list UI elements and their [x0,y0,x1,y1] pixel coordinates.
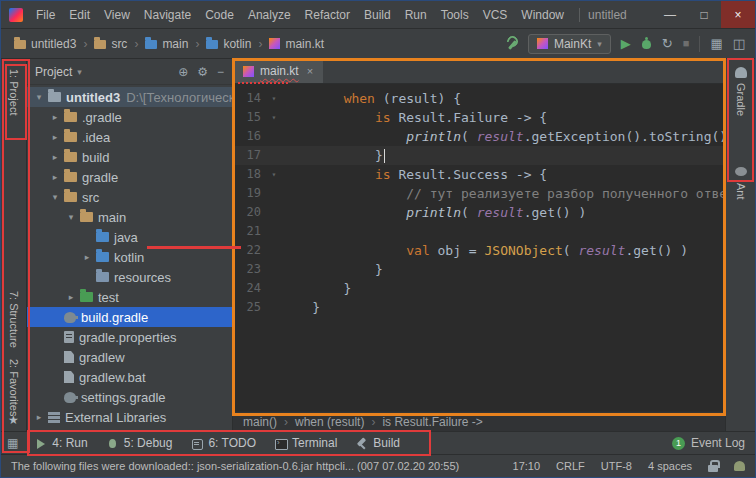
debug-button[interactable] [641,37,652,50]
tree-item-gradle[interactable]: ▸gradle [27,167,232,187]
project-panel-title[interactable]: Project [35,65,72,79]
tree-item-java[interactable]: java [27,227,232,247]
breadcrumb-untitled3[interactable]: untitled3 [11,36,79,52]
editor-breadcrumb-main[interactable]: main() [243,415,277,429]
menu-view[interactable]: View [97,8,137,22]
tree-item-untitled3[interactable]: ▾untitled3D:\[Технологический [27,87,232,107]
fold-marker-icon[interactable]: ▾ [267,165,281,184]
line-number[interactable]: 21 [233,222,267,241]
menu-build[interactable]: Build [357,8,398,22]
chevron-right-icon[interactable]: ▸ [81,252,93,262]
tree-item-idea[interactable]: ▸.idea [27,127,232,147]
layout-split-icon[interactable]: ◫ [733,37,745,50]
tree-item-settings-gradle[interactable]: settings.gradle [27,387,232,407]
tab-main-kt[interactable]: main.kt × [233,59,323,83]
line-number[interactable]: 17 [233,146,267,165]
event-log-button[interactable]: 1 Event Log [672,436,749,450]
tree-item-resources[interactable]: resources [27,267,232,287]
menu-analyze[interactable]: Analyze [241,8,298,22]
tool-button-5-debug[interactable]: 5: Debug [98,434,181,452]
editor-breadcrumb-is-result-failure[interactable]: is Result.Failure -> [382,415,482,429]
breadcrumb-src[interactable]: src [91,36,130,52]
tool-button-6-todo[interactable]: 6: TODO [182,434,264,452]
tree-item-build[interactable]: ▸build [27,147,232,167]
caret-position[interactable]: 17:10 [513,460,541,472]
line-number[interactable]: 14 [233,89,267,108]
fold-marker-icon[interactable]: ▾ [267,89,281,108]
chevron-down-icon[interactable]: ▾ [33,92,45,102]
gradle-status-icon[interactable] [734,461,745,471]
tool-button-terminal[interactable]: Terminal [266,434,345,452]
line-number[interactable]: 23 [233,260,267,279]
line-number[interactable]: 22 [233,241,267,260]
tree-item-external-libraries[interactable]: ▸External Libraries [27,407,232,427]
run-configuration-select[interactable]: MainKt ▾ [528,34,611,54]
editor-breadcrumb-when-result[interactable]: when (result) [295,415,364,429]
breadcrumb-main[interactable]: main [142,36,191,52]
tool-button-1-project[interactable]: 1: Project [8,69,20,115]
tool-button-gradle[interactable]: Gradle [735,83,747,116]
chevron-right-icon[interactable]: ▸ [49,112,61,122]
tree-item-kotlin[interactable]: ▸kotlin [27,247,232,267]
close-icon[interactable]: × [307,65,313,77]
line-number[interactable]: 24 [233,279,267,298]
chevron-down-icon[interactable]: ▾ [49,192,61,202]
line-number[interactable]: 25 [233,298,267,317]
main-area: ★ 1: Project7: Structure2: Favorites Pro… [1,59,755,431]
tool-button-7-structure[interactable]: 7: Structure [8,291,20,348]
encoding-indicator[interactable]: UTF-8 [601,460,632,472]
tree-item-build-gradle[interactable]: build.gradle [27,307,232,327]
menu-code[interactable]: Code [198,8,241,22]
menu-tools[interactable]: Tools [434,8,476,22]
tree-item-test[interactable]: ▸test [27,287,232,307]
menu-file[interactable]: File [29,8,62,22]
breadcrumb-kotlin[interactable]: kotlin [203,36,254,52]
stop-button[interactable]: ■ [683,38,690,49]
code-editor[interactable]: 14▾ when (result) {15▾ is Result.Failure… [233,84,725,411]
line-number[interactable]: 19 [233,184,267,203]
maximize-button[interactable]: □ [687,1,721,28]
close-button[interactable]: × [721,1,755,28]
tool-button-4-run[interactable]: 4: Run [26,434,95,452]
menu-run[interactable]: Run [398,8,434,22]
chevron-down-icon[interactable]: ▾ [65,212,77,222]
minimize-button[interactable]: — [653,1,687,28]
line-number[interactable]: 15 [233,108,267,127]
line-number[interactable]: 20 [233,203,267,222]
tool-button-build[interactable]: Build [347,434,408,452]
tree-item-gradlew[interactable]: gradlew [27,347,232,367]
tree-item-gradle[interactable]: ▸.gradle [27,107,232,127]
menu-navigate[interactable]: Navigate [137,8,198,22]
tool-button-ant[interactable]: Ant [735,183,747,200]
tree-item-src[interactable]: ▾src [27,187,232,207]
line-ending-indicator[interactable]: CRLF [556,460,585,472]
tree-item-gradle-properties[interactable]: gradle.properties [27,327,232,347]
layout-grid-icon[interactable]: ▦ [710,37,722,50]
menu-refactor[interactable]: Refactor [298,8,357,22]
chevron-right-icon[interactable]: ▸ [65,292,77,302]
chevron-down-icon[interactable]: ▾ [77,67,82,77]
chevron-right-icon[interactable]: ▸ [49,132,61,142]
menu-window[interactable]: Window [514,8,571,22]
locate-icon[interactable]: ⊕ [178,65,188,79]
line-number[interactable]: 18 [233,165,267,184]
line-number[interactable]: 16 [233,127,267,146]
gear-icon[interactable]: ⚙ [197,65,208,79]
collapse-icon[interactable]: − [217,65,224,79]
tool-button-2-favorites[interactable]: 2: Favorites [8,359,20,416]
chevron-right-icon[interactable]: ▸ [49,172,61,182]
tree-item-main[interactable]: ▾main [27,207,232,227]
wrench-icon[interactable] [505,37,518,50]
lock-icon[interactable] [708,460,718,472]
chevron-right-icon[interactable]: ▸ [49,152,61,162]
menu-edit[interactable]: Edit [62,8,97,22]
coverage-button[interactable]: ↻ [662,37,673,50]
fold-marker-icon[interactable]: ▾ [267,108,281,127]
chevron-right-icon[interactable]: ▸ [33,412,45,422]
tree-item-gradlew-bat[interactable]: gradlew.bat [27,367,232,387]
menu-vcs[interactable]: VCS [476,8,515,22]
run-button[interactable]: ▶ [621,37,631,50]
indent-indicator[interactable]: 4 spaces [648,460,692,472]
tool-window-switcher-icon[interactable]: ▦ [7,436,18,450]
breadcrumb-main-kt[interactable]: main.kt [266,36,327,52]
